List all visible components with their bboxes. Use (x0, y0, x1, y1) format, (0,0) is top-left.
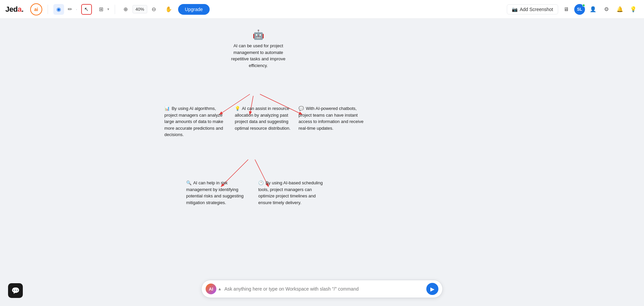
toolbar: Jeda. ai ◉ ✏ · ↖ ⊞ ▾ ⊕ 40% ⊖ ✋ Upgrade (0, 0, 644, 19)
zoom-value[interactable]: 40% (132, 5, 147, 13)
grid-chevron: ▾ (107, 7, 109, 11)
people-icon: 👤 (590, 6, 596, 12)
bottom-left-node: 🔍 AI can help in risk management by iden… (186, 180, 253, 206)
chat-widget-button[interactable]: 💬 (8, 283, 23, 298)
zoom-controls: ⊕ 40% ⊖ (120, 4, 159, 15)
zoom-out-icon: ⊖ (152, 6, 156, 12)
middle-node: 💡 AI can assist in resource allocation b… (235, 105, 299, 131)
bulb-icon: 💡 (630, 6, 637, 12)
bottom-left-text: 🔍 AI can help in risk management by iden… (186, 180, 244, 205)
upgrade-button[interactable]: Upgrade (178, 4, 210, 15)
root-node: 🤖 AI can be used for project management … (225, 28, 292, 69)
chat-bubble-icon: 💬 (299, 106, 304, 111)
left-text: 📊 By using AI algorithms, project manage… (164, 106, 223, 137)
avatar[interactable]: SL (574, 4, 585, 15)
lightbulb-icon: 💡 (235, 106, 240, 111)
hand-tool-button[interactable]: ✋ (163, 4, 174, 15)
bulb-button[interactable]: 💡 (628, 4, 639, 15)
grid-icon: ⊞ (99, 6, 103, 12)
zoom-in-button[interactable]: ⊕ (120, 4, 131, 15)
tool-group-grid: ⊞ ▾ (96, 4, 109, 15)
chart-icon: 📊 (164, 106, 170, 111)
circle-tool-button[interactable]: ◉ (53, 4, 64, 15)
mindmap: 🤖 AI can be used for project management … (0, 19, 644, 306)
zoom-out-button[interactable]: ⊖ (149, 4, 159, 15)
toolbar-right: 📷 Add Screenshot 🖥 SL 👤 ⚙ 🔔 💡 (507, 4, 639, 15)
clock-icon: 🕐 (258, 180, 264, 185)
draw-tool-button[interactable]: ✏ (65, 4, 75, 15)
circle-icon: ◉ (56, 6, 61, 12)
settings-icon: ⚙ (604, 6, 609, 12)
draw-icon: ✏ (68, 6, 72, 12)
people-button[interactable]: 👤 (588, 4, 598, 15)
robot-icon: 🤖 (225, 28, 292, 41)
notifications-button[interactable]: 🔔 (614, 4, 625, 15)
app-logo: Jeda. (5, 5, 23, 14)
right-text: 💬 With AI-powered chatbots, project team… (299, 106, 364, 131)
root-text: AI can be used for project management to… (231, 43, 285, 68)
send-button[interactable]: ▶ (426, 283, 438, 295)
display-icon: 🖥 (564, 6, 569, 12)
separator-1 (48, 5, 48, 14)
settings-button[interactable]: ⚙ (601, 4, 612, 15)
cursor-icon: ↖ (84, 6, 89, 12)
send-icon: ▶ (430, 286, 434, 292)
zoom-in-icon: ⊕ (123, 6, 128, 12)
add-screenshot-label: Add Screenshot (520, 7, 553, 12)
draw-dot: · (76, 7, 77, 11)
mindmap-arrows (0, 19, 644, 306)
separator-2 (115, 5, 115, 14)
middle-text: 💡 AI can assist in resource allocation b… (235, 106, 290, 131)
cursor-tool-button[interactable]: ↖ (81, 4, 92, 15)
add-screenshot-button[interactable]: 📷 Add Screenshot (507, 4, 558, 14)
bottom-right-text: 🕐 By using AI-based scheduling tools, pr… (258, 180, 323, 205)
chat-input-container: AI ▲ ▶ (201, 280, 443, 298)
screenshot-icon: 📷 (512, 7, 518, 12)
ai-icon: ai (34, 7, 38, 12)
input-ai-icon: AI (206, 284, 216, 294)
magnify-icon: 🔍 (186, 180, 192, 185)
display-button[interactable]: 🖥 (561, 4, 572, 15)
chat-input[interactable] (224, 286, 426, 292)
online-dot (582, 4, 585, 7)
bottom-right-node: 🕐 By using AI-based scheduling tools, pr… (258, 180, 325, 206)
tool-group-draw: ◉ ✏ · (53, 4, 77, 15)
chat-widget-icon: 💬 (11, 287, 20, 295)
left-node: 📊 By using AI algorithms, project manage… (164, 105, 228, 138)
input-chevron-icon[interactable]: ▲ (218, 287, 222, 291)
ai-toggle-button[interactable]: ai (30, 3, 42, 15)
hand-icon: ✋ (165, 6, 172, 12)
bell-icon: 🔔 (616, 6, 623, 12)
canvas[interactable]: 🤖 AI can be used for project management … (0, 19, 644, 306)
grid-tool-button[interactable]: ⊞ (96, 4, 107, 15)
right-node: 💬 With AI-powered chatbots, project team… (299, 105, 366, 131)
